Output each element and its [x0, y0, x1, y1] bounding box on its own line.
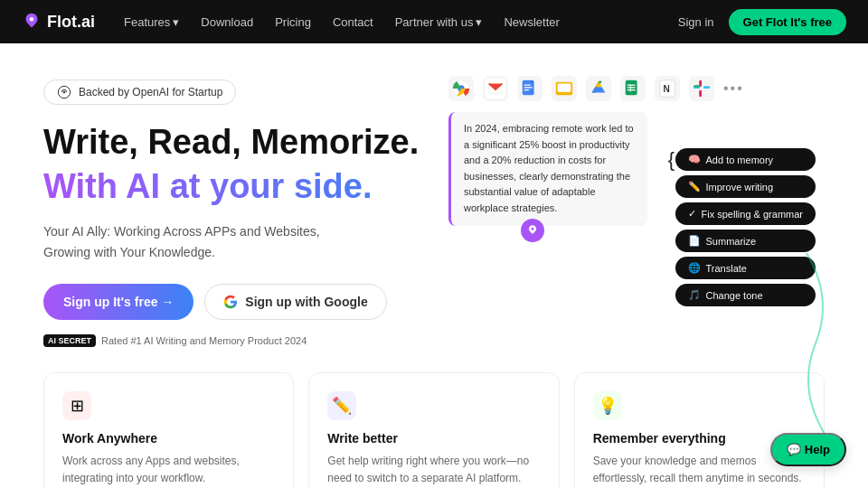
hero-title-line2: With AI at your side.: [43, 166, 420, 208]
signup-google-button[interactable]: Sign up with Google: [204, 284, 386, 320]
docs-icon: [517, 76, 542, 101]
nav-logo[interactable]: Flot.ai: [22, 12, 95, 32]
flot-logo-icon: [22, 12, 42, 32]
ai-menu-summarize[interactable]: 📄 Summarize: [675, 230, 816, 252]
write-better-title: Write better: [327, 431, 540, 446]
write-better-icon: ✏️: [327, 391, 356, 420]
sheets-icon: [620, 76, 646, 101]
work-anywhere-icon: ⊞: [62, 391, 91, 420]
hero-right: N ••• In 2024, embracing remote work led…: [448, 72, 825, 351]
nav-features[interactable]: Features ▾: [124, 15, 179, 29]
globe-icon: 🌐: [688, 262, 701, 274]
ai-menu-add-memory[interactable]: 🧠 Add to memory: [675, 148, 816, 171]
nav-right: Sign in Get Flot It's free: [678, 9, 846, 35]
get-flot-button[interactable]: Get Flot It's free: [729, 9, 846, 35]
slack-icon: [689, 76, 714, 101]
hero-subtitle: Your AI Ally: Working Across APPs and We…: [43, 221, 369, 262]
teal-curve-decoration: [779, 253, 834, 434]
svg-text:N: N: [663, 84, 669, 94]
text-preview-block: In 2024, embracing remote work led to a …: [448, 112, 647, 226]
svg-rect-11: [558, 84, 571, 92]
svg-point-24: [532, 227, 534, 230]
signup-button[interactable]: Sign up It's free →: [43, 284, 193, 320]
ai-menu-improve-writing[interactable]: ✏️ Improve writing: [675, 175, 816, 198]
nav-pricing[interactable]: Pricing: [275, 15, 311, 29]
chevron-down-icon: ▾: [476, 15, 482, 29]
navbar: Flot.ai Features ▾ Download Pricing Cont…: [0, 0, 868, 43]
svg-rect-23: [693, 85, 700, 88]
svg-rect-7: [524, 84, 531, 85]
flot-pin-text: [521, 219, 544, 242]
svg-point-0: [30, 17, 34, 22]
nav-download[interactable]: Download: [201, 15, 253, 29]
backed-badge: Backed by OpenAI for Startup: [43, 80, 236, 105]
chrome-icon: [448, 76, 474, 101]
check-icon: ✓: [688, 208, 696, 220]
features-section: ⊞ Work Anywhere Work across any Apps and…: [0, 351, 868, 488]
arrow-decoration: {: [668, 148, 675, 172]
nav-contact[interactable]: Contact: [333, 15, 373, 29]
chevron-down-icon: ▾: [173, 15, 179, 29]
remember-icon: 💡: [593, 391, 622, 420]
drive-icon: [586, 76, 611, 101]
svg-rect-15: [627, 89, 636, 90]
feature-write-better: ✏️ Write better Get help writing right w…: [308, 372, 559, 488]
svg-rect-9: [524, 89, 530, 90]
google-icon: [223, 295, 238, 309]
work-anywhere-desc: Work across any Apps and websites, integ…: [62, 453, 275, 487]
write-better-desc: Get help writing right where you work—no…: [327, 453, 540, 487]
app-icons-row: N •••: [448, 76, 825, 101]
svg-rect-20: [699, 90, 702, 97]
ai-secret-label: AI SECRET: [43, 334, 96, 347]
doc-icon: 📄: [688, 235, 701, 247]
svg-point-2: [63, 91, 66, 94]
feature-work-anywhere: ⊞ Work Anywhere Work across any Apps and…: [43, 372, 294, 488]
hero-section: Backed by OpenAI for Startup Write, Read…: [0, 43, 868, 351]
work-anywhere-title: Work Anywhere: [62, 431, 275, 446]
signin-link[interactable]: Sign in: [678, 15, 714, 29]
svg-rect-8: [524, 87, 533, 88]
more-apps-indicator: •••: [723, 80, 744, 97]
ai-secret-badge: AI SECRET Rated #1 AI Writing and Memory…: [43, 334, 420, 347]
nav-partner[interactable]: Partner with us ▾: [395, 15, 483, 29]
svg-rect-22: [703, 86, 710, 89]
nav-links: Features ▾ Download Pricing Contact Part…: [124, 15, 649, 29]
slides-icon: [552, 76, 577, 101]
flot-pin-icon: [526, 224, 539, 237]
ai-menu-fix-spelling[interactable]: ✓ Fix spelling & grammar: [675, 202, 816, 225]
notion-icon: N: [655, 76, 680, 101]
hero-title-line1: Write, Read, Memorize.: [43, 123, 420, 163]
svg-rect-13: [627, 84, 636, 85]
help-button[interactable]: 💬 Help: [770, 433, 846, 466]
openai-icon: [57, 85, 71, 99]
nav-newsletter[interactable]: Newsletter: [504, 15, 559, 29]
pen-icon: ✏️: [688, 181, 701, 192]
svg-rect-14: [627, 87, 636, 88]
music-icon: 🎵: [688, 289, 701, 301]
gmail-icon: [483, 76, 508, 101]
hero-left: Backed by OpenAI for Startup Write, Read…: [43, 72, 420, 351]
hero-buttons: Sign up It's free → Sign up with Google: [43, 284, 420, 320]
memory-icon: 🧠: [688, 154, 701, 165]
